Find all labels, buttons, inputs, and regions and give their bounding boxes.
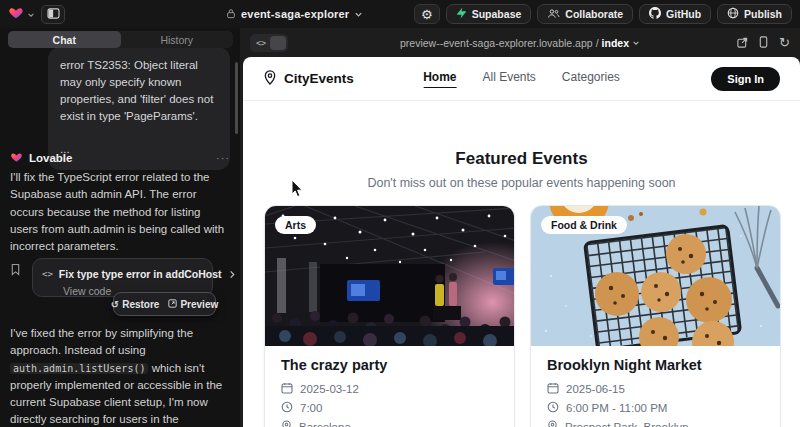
panel-layout-icon — [47, 5, 60, 23]
section-subtitle: Don't miss out on these popular events h… — [243, 176, 800, 190]
preview-url-page: index — [602, 37, 629, 49]
event-date-row: 2025-03-12 — [281, 382, 498, 396]
map-pin-icon — [547, 420, 558, 427]
event-image-cookies: Food & Drink — [531, 206, 780, 346]
supabase-label: Supabase — [472, 8, 522, 20]
message-more-menu[interactable]: ··· — [216, 152, 230, 164]
chat-history-tabs: Chat History — [8, 31, 233, 48]
event-image-conference: Arts — [265, 206, 514, 346]
bookmark-icon[interactable] — [10, 262, 21, 280]
lock-icon — [226, 5, 236, 23]
lovable-heart-icon — [10, 149, 23, 167]
section-title: Featured Events — [243, 149, 800, 169]
code-view-icon: <> — [252, 38, 270, 48]
publish-label: Publish — [744, 8, 782, 20]
restore-button[interactable]: ↺ Restore — [111, 299, 160, 310]
preview-url-bar: preview--event-saga-explorer.lovable.app… — [240, 28, 800, 57]
preview-view-knob — [270, 36, 286, 50]
event-location-row: Prospect Park, Brooklyn — [547, 420, 764, 427]
clock-icon — [547, 401, 559, 415]
version-controls: ↺ Restore Preview — [113, 292, 216, 316]
lovable-logo-menu[interactable] — [8, 5, 35, 24]
supabase-button[interactable]: Supabase — [446, 4, 532, 24]
mobile-view-icon[interactable] — [759, 34, 768, 52]
preview-toolbar: <> preview--event-saga-explorer.lovable.… — [240, 28, 800, 57]
nav-all-events[interactable]: All Events — [482, 70, 535, 88]
globe-icon — [727, 7, 739, 21]
sidebar-scrollbar[interactable] — [235, 62, 238, 134]
preview-url-host: preview--event-saga-explorer.lovable.app — [400, 37, 593, 49]
toggle-sidebar-button[interactable] — [41, 5, 65, 24]
calendar-icon — [547, 382, 559, 396]
nav-categories[interactable]: Categories — [562, 70, 620, 88]
settings-button[interactable]: ⚙ — [414, 4, 440, 24]
site-header: CityEvents Home All Events Categories Si… — [243, 57, 800, 101]
user-message-text: error TS2353: Object literal may only sp… — [60, 57, 218, 125]
chevron-right-icon — [228, 265, 236, 283]
github-button[interactable]: GitHub — [639, 4, 711, 24]
category-badge: Food & Drink — [541, 216, 627, 234]
sign-in-button[interactable]: Sign In — [711, 67, 780, 91]
project-switcher[interactable]: event-saga-explorer — [226, 0, 363, 28]
event-date-row: 2025-06-15 — [547, 382, 764, 396]
assistant-header: Lovable ··· — [10, 149, 230, 167]
preview-version-button[interactable]: Preview — [168, 299, 218, 310]
calendar-icon — [281, 382, 293, 396]
chat-sidebar: Chat History error TS2353: Object litera… — [0, 28, 240, 427]
supabase-bolt-icon — [456, 7, 467, 21]
event-card-body: The crazy party 2025-03-12 7:00 — [265, 346, 514, 427]
project-name: event-saga-explorer — [241, 8, 349, 20]
chevron-down-icon — [354, 5, 363, 23]
site-nav: Home All Events Categories — [423, 70, 620, 88]
gear-icon: ⚙ — [421, 7, 433, 22]
site-brand[interactable]: CityEvents — [263, 70, 354, 88]
site-preview: CityEvents Home All Events Categories Si… — [243, 57, 800, 427]
publish-button[interactable]: Publish — [717, 4, 792, 24]
refresh-icon[interactable]: ↻ — [779, 36, 790, 49]
event-title: Brooklyn Night Market — [547, 357, 764, 373]
event-title: The crazy party — [281, 357, 498, 373]
code-preview-toggle[interactable]: <> — [250, 34, 288, 52]
lovable-app-window: event-saga-explorer ⚙ Supabase — [0, 0, 800, 427]
event-cards: Arts The crazy party 2025-03-12 — [264, 205, 781, 427]
github-icon — [649, 7, 661, 21]
event-time-row: 6:00 PM - 11:00 PM — [547, 401, 764, 415]
clock-icon — [281, 401, 293, 415]
event-card[interactable]: Arts The crazy party 2025-03-12 — [264, 205, 515, 427]
map-pin-icon — [281, 420, 292, 427]
github-label: GitHub — [666, 8, 701, 20]
open-preview-icon — [168, 299, 177, 310]
assistant-name: Lovable — [29, 152, 72, 164]
assistant-intro-text: I'll fix the TypeScript error related to… — [10, 169, 230, 255]
preview-pane: <> preview--event-saga-explorer.lovable.… — [240, 28, 800, 427]
chevron-down-icon — [632, 37, 640, 49]
collaborate-button[interactable]: Collaborate — [537, 4, 633, 24]
event-location-row: Barcelona — [281, 420, 498, 427]
restore-icon: ↺ — [111, 299, 119, 310]
people-icon — [547, 8, 560, 21]
event-card[interactable]: Food & Drink Brooklyn Night Market 2025-… — [530, 205, 781, 427]
inline-code: auth.admin.listUsers() — [10, 363, 148, 374]
nav-home[interactable]: Home — [423, 70, 456, 88]
code-icon: <> — [42, 269, 53, 279]
lovable-heart-icon — [8, 5, 24, 24]
collaborate-label: Collaborate — [565, 8, 623, 20]
top-bar: event-saga-explorer ⚙ Supabase — [0, 0, 800, 28]
tab-chat[interactable]: Chat — [8, 31, 121, 48]
chevron-down-icon — [27, 5, 35, 23]
assistant-outro-text: I've fixed the error by simplifying the … — [10, 325, 233, 427]
map-pin-icon — [263, 70, 277, 88]
category-badge: Arts — [275, 216, 316, 234]
tab-history[interactable]: History — [121, 31, 234, 48]
code-change-title: Fix type type error in addCoHost — [59, 268, 222, 280]
event-time-row: 7:00 — [281, 401, 498, 415]
open-in-new-tab-icon[interactable] — [737, 34, 748, 52]
event-card-body: Brooklyn Night Market 2025-06-15 6:00 P — [531, 346, 780, 427]
